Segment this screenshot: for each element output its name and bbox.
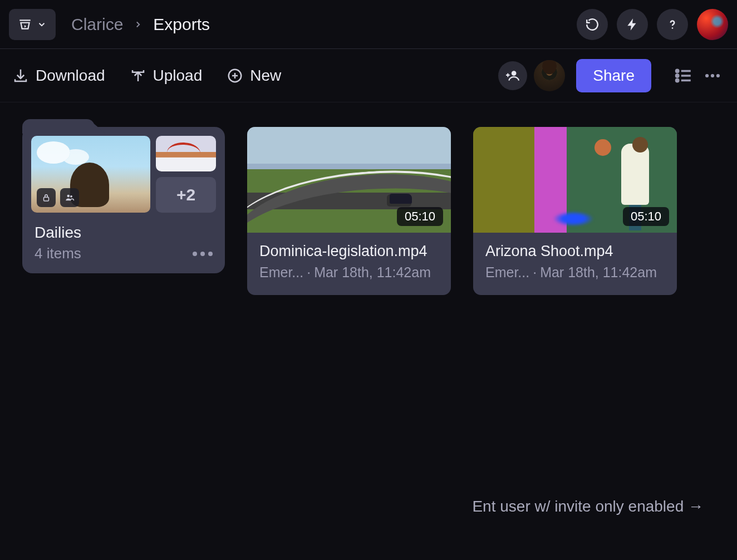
question-icon xyxy=(665,17,680,32)
content-grid: +2 Dailies 4 items 05:10 Dominica-legisl… xyxy=(0,102,737,320)
help-button[interactable] xyxy=(657,9,688,40)
user-avatar[interactable] xyxy=(697,9,728,40)
folder-item-count: 4 items xyxy=(35,245,81,262)
add-collaborator-button[interactable] xyxy=(498,61,527,90)
lock-icon xyxy=(37,188,56,207)
svg-point-7 xyxy=(711,73,714,77)
video-meta: Emer...·Mar 18th, 11:42am xyxy=(259,264,439,281)
svg-point-2 xyxy=(512,71,517,76)
folder-card-dailies[interactable]: +2 Dailies 4 items xyxy=(22,127,225,273)
folder-more-button[interactable] xyxy=(193,252,216,256)
new-button[interactable]: New xyxy=(227,67,281,85)
download-icon xyxy=(12,67,29,84)
folder-more-count: +2 xyxy=(156,177,216,213)
transfers-button[interactable] xyxy=(617,9,648,40)
video-meta: Emer...·Mar 18th, 11:42am xyxy=(485,264,665,281)
list-view-toggle[interactable] xyxy=(671,63,696,88)
svg-point-0 xyxy=(672,27,674,29)
duration-badge: 05:10 xyxy=(623,207,669,226)
svg-point-6 xyxy=(705,73,709,77)
upload-label: Upload xyxy=(153,67,203,85)
share-button[interactable]: Share xyxy=(576,59,651,92)
download-button[interactable]: Download xyxy=(12,67,105,85)
shared-icon xyxy=(60,188,79,207)
download-label: Download xyxy=(36,67,105,85)
chevron-right-icon xyxy=(133,19,143,30)
video-card-dominica[interactable]: 05:10 Dominica-legislation.mp4 Emer...·M… xyxy=(247,127,451,295)
lightning-icon xyxy=(625,17,640,32)
top-bar: Clarice Exports xyxy=(0,0,737,49)
svg-point-11 xyxy=(70,195,72,198)
upload-button[interactable]: Upload xyxy=(130,67,203,85)
video-uploader: Emer... xyxy=(259,264,303,280)
folder-thumb-secondary xyxy=(156,136,216,171)
app-switcher[interactable] xyxy=(9,9,56,40)
refresh-icon xyxy=(585,17,600,32)
svg-point-4 xyxy=(676,74,679,76)
breadcrumb: Clarice Exports xyxy=(71,15,210,34)
video-thumbnail: 05:10 xyxy=(247,127,451,233)
video-card-arizona[interactable]: 05:10 Arizona Shoot.mp4 Emer...·Mar 18th… xyxy=(473,127,677,295)
folder-tab-decoration xyxy=(22,119,95,134)
breadcrumb-current: Exports xyxy=(153,15,210,34)
breadcrumb-parent[interactable]: Clarice xyxy=(71,15,123,34)
list-icon xyxy=(674,66,693,85)
svg-point-8 xyxy=(716,73,720,77)
footer-note: Ent user w/ invite only enabled → xyxy=(472,498,704,515)
svg-point-5 xyxy=(676,79,679,81)
upload-icon xyxy=(130,67,146,84)
video-title: Dominica-legislation.mp4 xyxy=(259,243,439,260)
folder-thumbnail-group: +2 xyxy=(31,136,216,213)
folder-name: Dailies xyxy=(35,224,216,242)
video-timestamp: Mar 18th, 11:42am xyxy=(314,264,431,280)
video-timestamp: Mar 18th, 11:42am xyxy=(540,264,657,280)
share-label: Share xyxy=(593,67,635,84)
folder-thumb-primary xyxy=(31,136,150,213)
video-thumbnail: 05:10 xyxy=(473,127,677,233)
duration-badge: 05:10 xyxy=(397,207,443,226)
svg-point-10 xyxy=(67,195,70,198)
plus-circle-icon xyxy=(227,67,243,84)
chevron-down-icon xyxy=(37,19,47,30)
more-options-button[interactable] xyxy=(700,63,725,88)
action-bar: Download Upload New Share xyxy=(0,49,737,102)
more-horizontal-icon xyxy=(703,66,722,85)
add-user-icon xyxy=(505,68,520,83)
video-uploader: Emer... xyxy=(485,264,529,280)
new-label: New xyxy=(250,67,281,85)
app-logo-icon xyxy=(18,17,32,32)
video-title: Arizona Shoot.mp4 xyxy=(485,243,665,260)
svg-rect-9 xyxy=(44,197,49,201)
collaborator-avatar[interactable] xyxy=(534,60,565,91)
svg-point-3 xyxy=(676,70,679,72)
refresh-button[interactable] xyxy=(577,9,608,40)
